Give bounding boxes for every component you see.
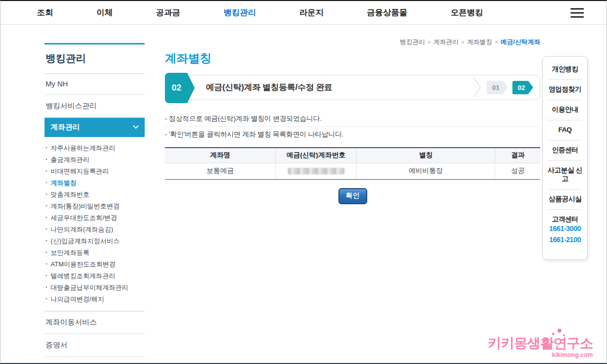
quick-link-product-disclosure[interactable]: 상품공시실 bbox=[543, 189, 587, 209]
top-navigation: 조회 이체 공과금 뱅킹관리 라운지 금융상품몰 오픈뱅킹 bbox=[1, 1, 606, 25]
submenu-item-my-account-hide[interactable]: 나만의계좌(계좌숨김) bbox=[45, 223, 145, 235]
quick-link-usage-guide[interactable]: 이용안내 bbox=[543, 100, 587, 120]
sidebar-title: 뱅킹관리 bbox=[45, 44, 145, 74]
watermark-dot bbox=[552, 333, 554, 335]
sidebar-item-banking-services[interactable]: 뱅킹서비스관리 bbox=[45, 95, 145, 118]
note-confirm-hint: - '확인'버튼을 클릭하시면 계좌 별칭 목록화면이 나타납니다. bbox=[165, 128, 540, 141]
sidebar-item-account-management[interactable]: 계좌관리 bbox=[45, 118, 145, 137]
submenu-item-deposit-designation[interactable]: (신)입금계좌지정서비스 bbox=[45, 235, 145, 247]
breadcrumb-separator: > bbox=[427, 39, 430, 45]
col-header-account-number: 예금(신탁)계좌번호 bbox=[276, 148, 357, 163]
submenu-item-security-account[interactable]: 보안계좌등록 bbox=[45, 247, 145, 258]
customer-center-phone-1[interactable]: 1661-3000 bbox=[545, 223, 585, 235]
customer-center-label: 고객센터 bbox=[545, 215, 585, 223]
result-table: 계좌명 예금(신탁)계좌번호 별칭 결과 보통예금 예비비통장 성공 bbox=[165, 147, 540, 180]
submenu-item-account-alias[interactable]: 계좌별칭 bbox=[45, 177, 145, 189]
cell-account-number bbox=[276, 163, 357, 179]
submenu-item-salary-change[interactable]: 나의급여변경/해지 bbox=[45, 293, 145, 305]
watermark-site: kikimong.com bbox=[488, 351, 593, 358]
watermark-text: 키키몽생활연구소 bbox=[488, 336, 593, 351]
nav-item-lounge[interactable]: 라운지 bbox=[299, 8, 324, 18]
submenu-item-frequent-accounts[interactable]: 자주사용하는계좌관리 bbox=[45, 142, 145, 154]
confirm-button-area: 확인 bbox=[165, 188, 540, 204]
quick-link-faq[interactable]: FAQ bbox=[543, 120, 587, 140]
chevron-down-icon bbox=[133, 125, 139, 129]
step-indicator-1: 01 bbox=[487, 81, 507, 95]
step-indicators: 01 02 bbox=[473, 77, 533, 98]
cell-result: 성공 bbox=[495, 163, 540, 179]
breadcrumb-account-management[interactable]: 계좌관리 bbox=[433, 38, 459, 46]
account-number-blurred bbox=[288, 168, 344, 174]
cell-alias: 예비비통장 bbox=[356, 163, 495, 179]
sidebar-submenu: 자주사용하는계좌관리 출금계좌관리 비대면해지등록관리 계좌별칭 맞춤계좌번호 … bbox=[45, 137, 145, 311]
hamburger-menu-icon[interactable] bbox=[571, 7, 584, 19]
breadcrumb-separator: > bbox=[461, 39, 464, 45]
col-header-account-name: 계좌명 bbox=[165, 148, 276, 163]
step-indicator-2: 02 bbox=[512, 81, 533, 95]
submenu-item-telebanking-accounts[interactable]: 텔레뱅킹조회계좌관리 bbox=[45, 270, 145, 282]
submenu-item-tax-limit[interactable]: 세금우대한도조회/변경 bbox=[45, 212, 145, 223]
customer-center-phone-2[interactable]: 1661-2100 bbox=[545, 235, 585, 246]
sidebar: 뱅킹관리 My NH 뱅킹서비스관리 계좌관리 자주사용하는계좌관리 출금계좌관… bbox=[45, 43, 145, 364]
watermark-dot bbox=[557, 329, 561, 333]
submenu-item-password-change[interactable]: 계좌(통장)비밀번호변경 bbox=[45, 200, 145, 212]
watermark-dot bbox=[563, 334, 565, 336]
submenu-item-custom-account-number[interactable]: 맞춤계좌번호 bbox=[45, 189, 145, 200]
note-success: - 정상적으로 예금(신탁)계좌 별칭이 변경되었습니다. bbox=[165, 113, 540, 125]
page-title: 계좌별칭 bbox=[165, 51, 540, 66]
sidebar-item-my-nh[interactable]: My NH bbox=[45, 74, 145, 95]
content-area: 뱅킹관리 My NH 뱅킹서비스관리 계좌관리 자주사용하는계좌관리 출금계좌관… bbox=[1, 25, 606, 362]
quick-link-cert-center[interactable]: 인증센터 bbox=[543, 140, 587, 160]
quick-links-panel: 개인뱅킹 영업점찾기 이용안내 FAQ 인증센터 사고분실 신고 상품공시실 고… bbox=[542, 56, 588, 260]
confirm-button[interactable]: 확인 bbox=[338, 188, 367, 204]
breadcrumb-banking[interactable]: 뱅킹관리 bbox=[400, 38, 425, 46]
sidebar-item-certificates[interactable]: 증명서 bbox=[45, 334, 145, 357]
sidebar-item-security-service[interactable]: 보안서비스 bbox=[45, 357, 145, 364]
divider bbox=[165, 126, 540, 127]
nav-item-banking-management[interactable]: 뱅킹관리 bbox=[224, 8, 256, 18]
quick-link-report-loss[interactable]: 사고분실 신고 bbox=[543, 160, 587, 189]
table-row: 보통예금 예비비통장 성공 bbox=[165, 163, 540, 179]
nav-item-transfer[interactable]: 이체 bbox=[97, 8, 113, 18]
table-header-row: 계좌명 예금(신탁)계좌번호 별칭 결과 bbox=[165, 148, 540, 163]
main-content: 뱅킹관리>계좌관리>계좌별칭>예금/신탁계좌 계좌별칭 02 예금(신탁)계좌 … bbox=[165, 38, 540, 204]
submenu-item-atm-limit[interactable]: ATM이용한도조회변경 bbox=[45, 258, 145, 270]
breadcrumb: 뱅킹관리>계좌관리>계좌별칭>예금/신탁계좌 bbox=[165, 38, 540, 46]
quick-link-branch-finder[interactable]: 영업점찾기 bbox=[543, 79, 587, 100]
cell-account-name: 보통예금 bbox=[165, 163, 276, 179]
result-notes: - 정상적으로 예금(신탁)계좌 별칭이 변경되었습니다. - '확인'버튼을 … bbox=[165, 113, 540, 141]
step-number-badge: 02 bbox=[165, 73, 195, 103]
breadcrumb-current[interactable]: 예금/신탁계좌 bbox=[501, 38, 540, 46]
chevron-right-icon bbox=[473, 77, 482, 98]
nav-item-inquiry[interactable]: 조회 bbox=[37, 8, 53, 18]
sidebar-active-label: 계좌관리 bbox=[51, 122, 80, 132]
col-header-result: 결과 bbox=[495, 148, 540, 163]
nav-menu: 조회 이체 공과금 뱅킹관리 라운지 금융상품몰 오픈뱅킹 bbox=[37, 8, 483, 18]
quick-link-personal-banking[interactable]: 개인뱅킹 bbox=[543, 59, 587, 79]
banking-page: 조회 이체 공과금 뱅킹관리 라운지 금융상품몰 오픈뱅킹 뱅킹관리 My NH… bbox=[0, 0, 607, 364]
nav-item-bills[interactable]: 공과금 bbox=[156, 8, 180, 18]
submenu-item-withdrawal-accounts[interactable]: 출금계좌관리 bbox=[45, 154, 145, 165]
watermark: 키키몽생활연구소 kikimong.com bbox=[488, 336, 593, 358]
submenu-item-bulk-transfer-accounts[interactable]: 대량출금납부이체계좌관리 bbox=[45, 282, 145, 293]
step-title: 예금(신탁)계좌 별칭등록/수정 완료 bbox=[206, 82, 332, 93]
sidebar-item-account-moving[interactable]: 계좌이동서비스 bbox=[45, 311, 145, 334]
breadcrumb-account-alias[interactable]: 계좌별칭 bbox=[467, 38, 492, 46]
nav-item-financial-mall[interactable]: 금융상품몰 bbox=[367, 8, 407, 18]
breadcrumb-separator: > bbox=[495, 39, 498, 45]
quick-link-customer-center[interactable]: 고객센터 1661-3000 1661-2100 bbox=[543, 209, 587, 252]
col-header-alias: 별칭 bbox=[356, 148, 495, 163]
submenu-item-nonfacetoface[interactable]: 비대면해지등록관리 bbox=[45, 165, 145, 177]
nav-item-open-banking[interactable]: 오픈뱅킹 bbox=[451, 8, 483, 18]
step-banner: 02 예금(신탁)계좌 별칭등록/수정 완료 01 02 bbox=[165, 75, 540, 100]
